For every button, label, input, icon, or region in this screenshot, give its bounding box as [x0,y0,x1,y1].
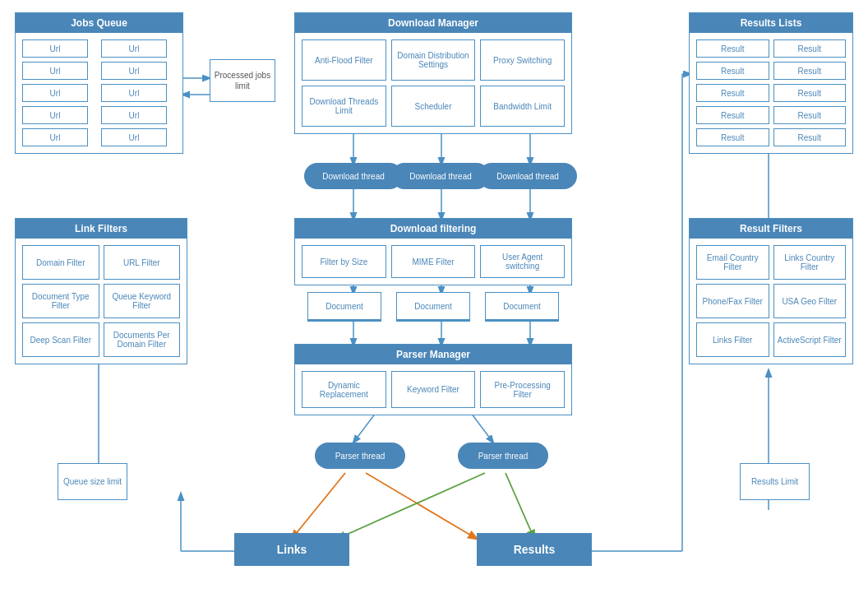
dm-threads: Download Threads Limit [302,86,386,127]
svg-line-16 [292,473,345,539]
parser-thread-2: Parser thread [458,443,548,469]
parser-thread-1: Parser thread [315,443,405,469]
download-filtering-box: Download filtering Filter by Size MIME F… [294,218,572,285]
document-2: Document [396,292,470,322]
svg-line-18 [337,473,485,539]
rl-result-4-2: Result [773,106,847,124]
pm-keyword: Keyword Filter [391,371,476,408]
download-filtering-title: Download filtering [295,219,571,239]
rf-activescript: ActiveScript Filter [773,322,847,357]
jq-url-1-1: Url [22,39,88,58]
download-manager-title: Download Manager [295,13,571,33]
results-lists-box: Results Lists Result Result Result Resul… [689,12,853,154]
dm-anti-flood: Anti-Flood Filter [302,39,386,81]
rl-result-1-1: Result [696,39,769,58]
rf-links-country: Links Country Filter [773,245,847,280]
dm-scheduler: Scheduler [391,86,476,127]
pm-preprocessing: Pre-Processing Filter [480,371,565,408]
df-filter-size: Filter by Size [302,245,386,278]
results-box: Results [477,533,592,566]
download-manager-box: Download Manager Anti-Flood Filter Domai… [294,12,572,134]
rl-result-3-2: Result [773,84,847,102]
result-filters-title: Result Filters [690,219,852,239]
jq-url-1-2: Url [101,39,167,58]
dm-proxy: Proxy Switching [480,39,565,81]
document-1: Document [307,292,381,322]
lf-url: URL Filter [104,245,181,280]
df-user-agent: User Agent switching [480,245,565,278]
rl-result-1-2: Result [773,39,847,58]
document-3: Document [485,292,559,322]
jq-url-5-2: Url [101,128,167,146]
results-limit-box: Results Limit [740,463,810,500]
jq-url-5-1: Url [22,128,88,146]
lf-deep-scan: Deep Scan Filter [22,322,99,357]
rl-result-4-1: Result [696,106,769,124]
download-thread-1: Download thread [304,163,403,189]
parser-manager-title: Parser Manager [295,345,571,364]
link-filters-title: Link Filters [16,219,187,239]
jq-url-4-1: Url [22,106,88,124]
parser-manager-box: Parser Manager Dynamic Replacement Keywo… [294,344,572,415]
jq-url-3-2: Url [101,84,167,102]
rl-result-2-1: Result [696,62,769,80]
svg-line-19 [506,473,534,539]
jobs-queue-box: Jobs Queue Url Url Url Url Url Url Url U… [15,12,183,154]
rl-result-2-2: Result [773,62,847,80]
lf-docs-per-domain: Documents Per Domain Filter [104,322,181,357]
queue-size-limit-box: Queue size limit [58,463,127,500]
results-label: Results [514,543,556,556]
lf-doc-type: Document Type Filter [22,284,99,318]
links-label: Links [277,543,307,556]
results-lists-title: Results Lists [690,13,852,33]
rf-phone-fax: Phone/Fax Filter [696,284,769,318]
link-filters-box: Link Filters Domain Filter URL Filter Do… [15,218,187,364]
processed-jobs-label: Processed jobs limit [210,70,275,91]
svg-line-17 [366,473,477,539]
df-mime: MIME Filter [391,245,476,278]
queue-size-label: Queue size limit [63,476,122,487]
links-box: Links [234,533,349,566]
pm-dynamic: Dynamic Replacement [302,371,386,408]
lf-domain: Domain Filter [22,245,99,280]
jobs-queue-title: Jobs Queue [16,13,182,33]
results-limit-label: Results Limit [751,476,798,487]
result-filters-box: Result Filters Email Country Filter Link… [689,218,853,364]
diagram-container: Jobs Queue Url Url Url Url Url Url Url U… [0,0,868,598]
download-thread-2: Download thread [391,163,490,189]
jq-url-2-2: Url [101,62,167,80]
rl-result-5-1: Result [696,128,769,146]
rf-email-country: Email Country Filter [696,245,769,280]
processed-jobs-box: Processed jobs limit [210,59,275,102]
dm-bandwidth: Bandwidth Limit [480,86,565,127]
rl-result-3-1: Result [696,84,769,102]
jq-url-3-1: Url [22,84,88,102]
lf-queue-keyword: Queue Keyword Filter [104,284,181,318]
rl-result-5-2: Result [773,128,847,146]
rf-usa-geo: USA Geo Filter [773,284,847,318]
dm-domain-dist: Domain Distribution Settings [391,39,476,81]
download-thread-3: Download thread [478,163,577,189]
jq-url-2-1: Url [22,62,88,80]
jq-url-4-2: Url [101,106,167,124]
rf-links: Links Filter [696,322,769,357]
